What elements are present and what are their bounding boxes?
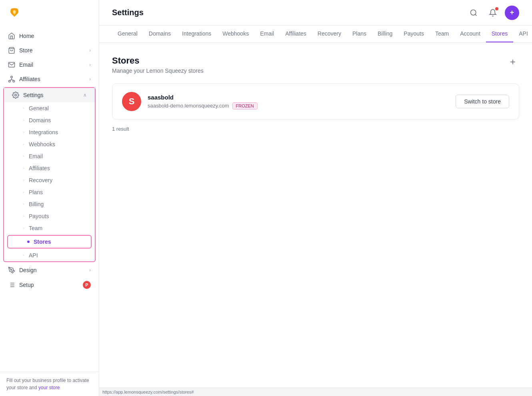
sidebar-sub-general[interactable]: General (4, 102, 95, 114)
sidebar-sub-webhooks[interactable]: Webhooks (4, 138, 95, 150)
page-header-text: Stores Manage your Lemon Squeezy stores (112, 56, 204, 74)
sidebar-item-design[interactable]: Design › (0, 263, 99, 277)
tab-plans[interactable]: Plans (347, 26, 372, 42)
sidebar-sub-api-label: API (29, 252, 38, 259)
home-icon (8, 32, 15, 40)
email-chevron-icon: › (89, 62, 91, 68)
sidebar-sub-integrations-label: Integrations (29, 129, 58, 135)
sidebar-item-settings[interactable]: Settings ∧ (4, 88, 95, 102)
page-title: Settings (112, 8, 460, 17)
stores-active-dot (27, 241, 30, 243)
tab-billing[interactable]: Billing (372, 26, 398, 42)
sidebar-sub-payouts[interactable]: Payouts (4, 210, 95, 222)
sidebar-sub-email-label: Email (29, 153, 43, 159)
sidebar-bottom-link[interactable]: your store (38, 385, 60, 390)
store-card: S saasbold saasbold-demo.lemonsqueezy.co… (112, 84, 519, 119)
sidebar-item-setup-label: Setup (19, 282, 34, 288)
sidebar: Home Store › Email › Affiliates › (0, 0, 99, 396)
svg-point-0 (13, 11, 16, 13)
setup-badge: P (83, 281, 91, 289)
sidebar-item-affiliates-label: Affiliates (19, 76, 40, 82)
tab-stores[interactable]: Stores (486, 26, 513, 42)
sidebar-item-setup[interactable]: Setup P (0, 277, 99, 293)
notification-wrap (486, 6, 500, 20)
svg-point-8 (15, 94, 17, 96)
sidebar-sub-recovery-label: Recovery (29, 177, 52, 183)
tab-payouts[interactable]: Payouts (398, 26, 430, 42)
affiliates-chevron-icon: › (89, 76, 91, 82)
billing-dot (23, 204, 24, 205)
sidebar-sub-stores-label: Stores (34, 239, 51, 245)
sidebar-item-store[interactable]: Store › (0, 43, 99, 58)
sidebar-sub-payouts-label: Payouts (29, 213, 49, 219)
sidebar-sub-billing[interactable]: Billing (4, 198, 95, 210)
sidebar-bottom: Fill out your business profile to activa… (0, 372, 99, 396)
sidebar-sub-recovery[interactable]: Recovery (4, 174, 95, 186)
sidebar-nav: Home Store › Email › Affiliates › (0, 26, 99, 372)
setup-icon (8, 281, 15, 289)
sidebar-item-home[interactable]: Home (0, 29, 99, 43)
add-store-button[interactable] (506, 56, 519, 68)
email-icon (8, 61, 15, 68)
sidebar-sub-email[interactable]: Email (4, 150, 95, 162)
sidebar-sub-api[interactable]: API (4, 249, 95, 261)
store-url-row: saasbold-demo.lemonsqueezy.com FROZEN (148, 102, 449, 109)
tab-general[interactable]: General (112, 26, 143, 42)
svg-point-9 (11, 269, 12, 271)
store-name: saasbold (148, 94, 449, 101)
sidebar-sub-plans[interactable]: Plans (4, 186, 95, 198)
plus-icon (509, 58, 517, 66)
sidebar-sub-webhooks-label: Webhooks (29, 141, 55, 147)
tab-email[interactable]: Email (254, 26, 280, 42)
sidebar-sub-domains[interactable]: Domains (4, 114, 95, 126)
webhooks-dot (23, 144, 24, 145)
svg-line-6 (12, 80, 14, 81)
sidebar-sub-team-label: Team (29, 225, 42, 231)
statusbar-url: https://app.lemonsqueezy.com/settings/st… (102, 390, 194, 394)
user-avatar-button[interactable]: + (505, 6, 519, 20)
sidebar-sub-stores[interactable]: Stores (8, 236, 91, 248)
sidebar-bottom-text: Fill out your business profile to activa… (6, 378, 89, 390)
search-button[interactable] (466, 6, 481, 20)
tab-api[interactable]: API (513, 26, 532, 42)
tab-integrations[interactable]: Integrations (176, 26, 217, 42)
sidebar-sub-affiliates[interactable]: Affiliates (4, 162, 95, 174)
logo-icon (8, 6, 21, 19)
team-dot (23, 228, 24, 229)
sidebar-item-email[interactable]: Email › (0, 58, 99, 72)
sidebar-sub-general-label: General (29, 105, 49, 111)
result-count: 1 result (112, 126, 519, 132)
svg-point-3 (13, 80, 15, 82)
sidebar-sub-team[interactable]: Team (4, 222, 95, 234)
svg-line-7 (10, 80, 12, 81)
payouts-dot (23, 216, 24, 217)
sidebar-item-store-label: Store (19, 47, 32, 54)
store-url: saasbold-demo.lemonsqueezy.com (148, 103, 229, 109)
settings-section-box: Settings ∧ General Domains Integrations … (3, 87, 96, 262)
settings-tabs: General Domains Integrations Webhooks Em… (99, 26, 532, 43)
topbar-actions: + (466, 6, 519, 20)
sidebar-item-affiliates[interactable]: Affiliates › (0, 72, 99, 86)
store-avatar: S (122, 92, 141, 111)
tab-recovery[interactable]: Recovery (312, 26, 347, 42)
svg-point-4 (9, 80, 11, 82)
store-info: saasbold saasbold-demo.lemonsqueezy.com … (148, 94, 449, 109)
affiliates-sub-dot (23, 168, 24, 169)
integrations-dot (23, 132, 24, 133)
tab-account[interactable]: Account (454, 26, 486, 42)
tab-webhooks[interactable]: Webhooks (217, 26, 254, 42)
store-chevron-icon: › (89, 48, 91, 53)
affiliates-icon (8, 76, 15, 83)
store-icon (8, 47, 15, 54)
sidebar-sub-plans-label: Plans (29, 189, 43, 195)
tab-domains[interactable]: Domains (143, 26, 176, 42)
logo-area (0, 0, 99, 26)
domains-dot (23, 120, 24, 121)
sidebar-item-email-label: Email (19, 62, 33, 68)
switch-to-store-button[interactable]: Switch to store (456, 95, 509, 108)
recovery-dot (23, 180, 24, 181)
search-icon (470, 9, 478, 17)
sidebar-sub-integrations[interactable]: Integrations (4, 126, 95, 138)
tab-affiliates[interactable]: Affiliates (280, 26, 312, 42)
tab-team[interactable]: Team (430, 26, 454, 42)
